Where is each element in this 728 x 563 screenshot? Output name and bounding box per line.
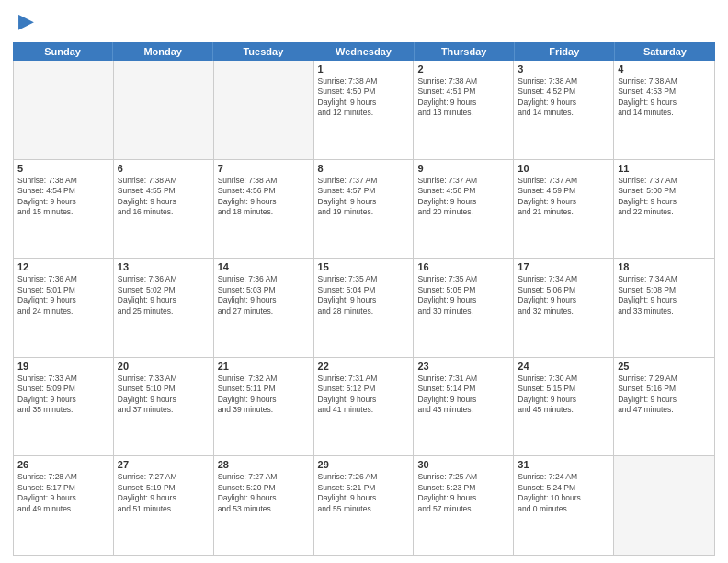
cell-sun-info: Sunrise: 7:37 AM Sunset: 4:59 PM Dayligh… [518, 176, 609, 218]
cell-date-number: 20 [118, 361, 210, 372]
cell-date-number: 25 [618, 361, 711, 372]
cell-date-number: 4 [618, 63, 711, 75]
cell-sun-info: Sunrise: 7:33 AM Sunset: 5:09 PM Dayligh… [17, 373, 109, 416]
calendar-header: SundayMondayTuesdayWednesdayThursdayFrid… [13, 42, 715, 61]
cell-date-number: 30 [417, 459, 509, 470]
calendar-cell: 2Sunrise: 7:38 AM Sunset: 4:51 PM Daylig… [414, 61, 514, 159]
day-header: Thursday [415, 42, 515, 61]
cell-sun-info: Sunrise: 7:38 AM Sunset: 4:52 PM Dayligh… [518, 76, 609, 119]
calendar-page: ▶ SundayMondayTuesdayWednesdayThursdayFr… [0, 0, 728, 563]
cell-date-number: 12 [17, 261, 109, 272]
calendar-cell: 21Sunrise: 7:32 AM Sunset: 5:11 PM Dayli… [214, 358, 314, 456]
calendar: SundayMondayTuesdayWednesdayThursdayFrid… [13, 42, 715, 556]
header: ▶ [13, 9, 715, 35]
cell-date-number: 27 [118, 459, 210, 470]
cell-sun-info: Sunrise: 7:36 AM Sunset: 5:02 PM Dayligh… [118, 274, 210, 316]
calendar-cell: 19Sunrise: 7:33 AM Sunset: 5:09 PM Dayli… [14, 358, 114, 456]
day-header: Saturday [615, 42, 715, 61]
calendar-cell: 18Sunrise: 7:34 AM Sunset: 5:08 PM Dayli… [614, 259, 714, 357]
calendar-cell: 29Sunrise: 7:26 AM Sunset: 5:21 PM Dayli… [314, 456, 415, 555]
cell-sun-info: Sunrise: 7:36 AM Sunset: 5:01 PM Dayligh… [17, 274, 109, 316]
cell-date-number: 10 [518, 163, 609, 174]
calendar-row: 1Sunrise: 7:38 AM Sunset: 4:50 PM Daylig… [14, 61, 714, 160]
logo-icon: ▶ [13, 9, 39, 35]
cell-date-number: 2 [417, 63, 509, 75]
day-header: Sunday [13, 42, 113, 61]
cell-date-number: 14 [218, 261, 310, 272]
cell-date-number: 18 [618, 261, 711, 272]
calendar-cell: 5Sunrise: 7:38 AM Sunset: 4:54 PM Daylig… [14, 160, 114, 259]
calendar-cell [114, 61, 214, 159]
cell-sun-info: Sunrise: 7:33 AM Sunset: 5:10 PM Dayligh… [118, 373, 210, 416]
day-header: Friday [515, 42, 615, 61]
calendar-row: 19Sunrise: 7:33 AM Sunset: 5:09 PM Dayli… [14, 358, 714, 457]
calendar-cell: 1Sunrise: 7:38 AM Sunset: 4:50 PM Daylig… [314, 61, 415, 159]
day-header: Tuesday [213, 42, 313, 61]
cell-date-number: 16 [417, 261, 509, 272]
calendar-cell: 16Sunrise: 7:35 AM Sunset: 5:05 PM Dayli… [414, 259, 514, 357]
svg-text:▶: ▶ [18, 9, 34, 32]
calendar-body: 1Sunrise: 7:38 AM Sunset: 4:50 PM Daylig… [13, 61, 715, 556]
cell-sun-info: Sunrise: 7:38 AM Sunset: 4:55 PM Dayligh… [118, 176, 210, 218]
cell-date-number: 1 [318, 63, 410, 75]
cell-sun-info: Sunrise: 7:27 AM Sunset: 5:20 PM Dayligh… [218, 472, 310, 514]
cell-date-number: 29 [318, 459, 410, 470]
cell-sun-info: Sunrise: 7:37 AM Sunset: 4:58 PM Dayligh… [417, 176, 509, 218]
calendar-cell: 3Sunrise: 7:38 AM Sunset: 4:52 PM Daylig… [514, 61, 614, 159]
cell-date-number: 11 [618, 163, 711, 174]
cell-sun-info: Sunrise: 7:25 AM Sunset: 5:23 PM Dayligh… [417, 472, 509, 514]
cell-date-number: 23 [417, 361, 509, 372]
cell-date-number: 21 [218, 361, 310, 372]
calendar-cell: 20Sunrise: 7:33 AM Sunset: 5:10 PM Dayli… [114, 358, 214, 456]
cell-sun-info: Sunrise: 7:35 AM Sunset: 5:05 PM Dayligh… [417, 274, 509, 316]
cell-sun-info: Sunrise: 7:32 AM Sunset: 5:11 PM Dayligh… [218, 373, 310, 416]
calendar-cell: 9Sunrise: 7:37 AM Sunset: 4:58 PM Daylig… [414, 160, 514, 259]
cell-sun-info: Sunrise: 7:26 AM Sunset: 5:21 PM Dayligh… [318, 472, 410, 514]
cell-sun-info: Sunrise: 7:38 AM Sunset: 4:50 PM Dayligh… [318, 76, 410, 119]
calendar-cell: 17Sunrise: 7:34 AM Sunset: 5:06 PM Dayli… [514, 259, 614, 357]
logo: ▶ [13, 9, 42, 35]
calendar-row: 5Sunrise: 7:38 AM Sunset: 4:54 PM Daylig… [14, 160, 714, 259]
cell-date-number: 13 [118, 261, 210, 272]
calendar-cell: 25Sunrise: 7:29 AM Sunset: 5:16 PM Dayli… [614, 358, 714, 456]
cell-sun-info: Sunrise: 7:38 AM Sunset: 4:56 PM Dayligh… [218, 176, 310, 218]
cell-date-number: 28 [218, 459, 310, 470]
calendar-cell [14, 61, 114, 159]
calendar-cell [214, 61, 314, 159]
cell-date-number: 22 [318, 361, 410, 372]
cell-sun-info: Sunrise: 7:37 AM Sunset: 4:57 PM Dayligh… [318, 176, 410, 218]
cell-sun-info: Sunrise: 7:38 AM Sunset: 4:51 PM Dayligh… [417, 76, 509, 119]
calendar-cell: 6Sunrise: 7:38 AM Sunset: 4:55 PM Daylig… [114, 160, 214, 259]
calendar-row: 12Sunrise: 7:36 AM Sunset: 5:01 PM Dayli… [14, 259, 714, 358]
calendar-cell: 26Sunrise: 7:28 AM Sunset: 5:17 PM Dayli… [14, 456, 114, 555]
calendar-cell: 27Sunrise: 7:27 AM Sunset: 5:19 PM Dayli… [114, 456, 214, 555]
cell-date-number: 24 [518, 361, 609, 372]
calendar-cell: 30Sunrise: 7:25 AM Sunset: 5:23 PM Dayli… [414, 456, 514, 555]
cell-sun-info: Sunrise: 7:28 AM Sunset: 5:17 PM Dayligh… [17, 472, 109, 514]
cell-date-number: 6 [118, 163, 210, 174]
day-header: Wednesday [313, 42, 414, 61]
calendar-cell: 4Sunrise: 7:38 AM Sunset: 4:53 PM Daylig… [614, 61, 714, 159]
cell-sun-info: Sunrise: 7:38 AM Sunset: 4:54 PM Dayligh… [17, 176, 109, 218]
calendar-cell [614, 456, 714, 555]
cell-date-number: 17 [518, 261, 609, 272]
day-header: Monday [113, 42, 213, 61]
cell-date-number: 8 [318, 163, 410, 174]
cell-sun-info: Sunrise: 7:35 AM Sunset: 5:04 PM Dayligh… [318, 274, 410, 316]
cell-date-number: 9 [417, 163, 509, 174]
cell-date-number: 3 [518, 63, 609, 75]
calendar-cell: 8Sunrise: 7:37 AM Sunset: 4:57 PM Daylig… [314, 160, 415, 259]
calendar-cell: 12Sunrise: 7:36 AM Sunset: 5:01 PM Dayli… [14, 259, 114, 357]
calendar-cell: 11Sunrise: 7:37 AM Sunset: 5:00 PM Dayli… [614, 160, 714, 259]
cell-sun-info: Sunrise: 7:31 AM Sunset: 5:12 PM Dayligh… [318, 373, 410, 416]
calendar-cell: 23Sunrise: 7:31 AM Sunset: 5:14 PM Dayli… [414, 358, 514, 456]
cell-sun-info: Sunrise: 7:36 AM Sunset: 5:03 PM Dayligh… [218, 274, 310, 316]
calendar-cell: 15Sunrise: 7:35 AM Sunset: 5:04 PM Dayli… [314, 259, 415, 357]
cell-sun-info: Sunrise: 7:30 AM Sunset: 5:15 PM Dayligh… [518, 373, 609, 416]
cell-date-number: 26 [17, 459, 109, 470]
cell-sun-info: Sunrise: 7:27 AM Sunset: 5:19 PM Dayligh… [118, 472, 210, 514]
cell-date-number: 5 [17, 163, 109, 174]
cell-sun-info: Sunrise: 7:34 AM Sunset: 5:08 PM Dayligh… [618, 274, 711, 316]
cell-date-number: 15 [318, 261, 410, 272]
calendar-cell: 14Sunrise: 7:36 AM Sunset: 5:03 PM Dayli… [214, 259, 314, 357]
